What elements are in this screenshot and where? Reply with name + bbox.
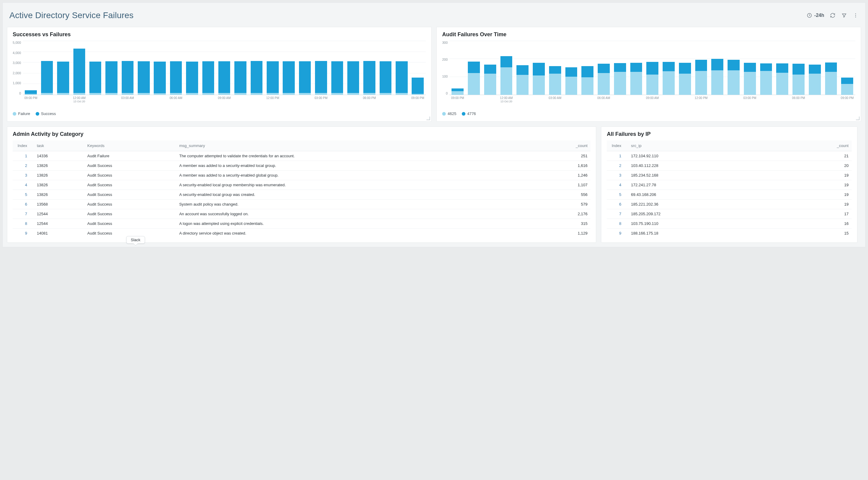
col-task[interactable]: task xyxy=(34,140,84,151)
legend-item-4625[interactable]: 4625 xyxy=(442,111,456,116)
chart-bar[interactable] xyxy=(313,41,328,95)
chart-bar[interactable] xyxy=(136,41,151,95)
col-index[interactable]: Index xyxy=(607,140,628,151)
col-count[interactable]: _count xyxy=(537,140,591,151)
resize-handle-icon[interactable] xyxy=(856,117,860,120)
chart-bar[interactable] xyxy=(201,41,216,95)
chart-bar[interactable] xyxy=(515,41,530,95)
chart-bar[interactable] xyxy=(120,41,135,95)
panel-all-failures-by-ip[interactable]: All Failures by IP Index src_ip _count 1… xyxy=(601,127,857,243)
chart-bar[interactable] xyxy=(168,41,183,95)
cell-index: 7 xyxy=(607,209,628,219)
time-range-selector[interactable]: -24h xyxy=(806,12,824,19)
chart-bar[interactable] xyxy=(185,41,199,95)
chart-bar[interactable] xyxy=(378,41,393,95)
chart-bar[interactable] xyxy=(233,41,248,95)
chart-bar[interactable] xyxy=(362,41,377,95)
chart-bar[interactable] xyxy=(104,41,119,95)
chart-bar[interactable] xyxy=(694,41,709,95)
chart-bar[interactable] xyxy=(710,41,725,95)
chart-bar[interactable] xyxy=(39,41,54,95)
chart-legend: 4625 4776 xyxy=(442,111,855,116)
chart-bar[interactable] xyxy=(265,41,280,95)
chart-bar[interactable] xyxy=(88,41,103,95)
table-row[interactable]: 2103.40.112.22820 xyxy=(607,161,851,170)
chart-bar[interactable] xyxy=(580,41,595,95)
table-row[interactable]: 3185.234.52.16819 xyxy=(607,170,851,180)
table-row[interactable]: 413826Audit SuccessA security-enabled lo… xyxy=(13,180,590,190)
legend-item-4776[interactable]: 4776 xyxy=(462,111,476,116)
table-row[interactable]: 8103.75.190.11016 xyxy=(607,219,851,228)
chart-bar[interactable] xyxy=(629,41,644,95)
chart-bar[interactable] xyxy=(759,41,774,95)
col-index[interactable]: Index xyxy=(13,140,34,151)
cell-count: 15 xyxy=(777,228,851,237)
filter-button[interactable] xyxy=(841,12,847,19)
chart-bar[interactable] xyxy=(499,41,514,95)
col-count[interactable]: _count xyxy=(777,140,851,151)
chart-bar[interactable] xyxy=(298,41,312,95)
chart-bar[interactable] xyxy=(645,41,660,95)
chart-bar[interactable] xyxy=(56,41,70,95)
refresh-button[interactable] xyxy=(830,12,836,19)
chart-bar[interactable] xyxy=(742,41,757,95)
chart-bar[interactable] xyxy=(661,41,676,95)
chart-bar[interactable] xyxy=(410,41,425,95)
col-keywords[interactable]: Keywords xyxy=(84,140,176,151)
chart-bar[interactable] xyxy=(483,41,498,95)
chart-bar[interactable] xyxy=(249,41,264,95)
chart-bar[interactable] xyxy=(824,41,839,95)
table-row[interactable]: 1172.104.92.11021 xyxy=(607,151,851,161)
chart-bar[interactable] xyxy=(791,41,806,95)
panel-admin-activity-by-category[interactable]: Admin Activity by Category Index task Ke… xyxy=(7,127,596,243)
chart-bar[interactable] xyxy=(775,41,790,95)
chart-bar[interactable] xyxy=(726,41,741,95)
chart-bar[interactable] xyxy=(346,41,361,95)
chart-bar[interactable] xyxy=(330,41,345,95)
chart-bar[interactable] xyxy=(596,41,611,95)
chart-bar[interactable] xyxy=(613,41,628,95)
chart-bar[interactable] xyxy=(72,41,87,95)
table-row[interactable]: 9188.166.175.1815 xyxy=(607,228,851,237)
table-row[interactable]: 513826Audit SuccessA security-enabled lo… xyxy=(13,190,590,199)
chart-bar[interactable] xyxy=(807,41,823,95)
tooltip: Slack xyxy=(126,236,145,244)
cell-keywords: Audit Success xyxy=(84,209,176,219)
table-row[interactable]: 812544Audit SuccessA logon was attempted… xyxy=(13,219,590,228)
table-row[interactable]: 313826Audit SuccessA member was added to… xyxy=(13,170,590,180)
chart-bar[interactable] xyxy=(531,41,546,95)
chart-bar[interactable] xyxy=(548,41,563,95)
panel-successes-vs-failures[interactable]: Successes vs Failures 5,0004,0003,0002,0… xyxy=(7,27,432,122)
cell-count: 21 xyxy=(777,151,851,161)
chart-bar[interactable] xyxy=(153,41,167,95)
table-row[interactable]: 712544Audit SuccessAn account was succes… xyxy=(13,209,590,219)
chart-bar[interactable] xyxy=(466,41,482,95)
col-msg-summary[interactable]: msg_summary xyxy=(176,140,537,151)
cell-index: 6 xyxy=(607,199,628,209)
table-row[interactable]: 6185.221.202.3619 xyxy=(607,199,851,209)
table-row[interactable]: 914081Audit SuccessA directory service o… xyxy=(13,228,590,237)
chart-bar[interactable] xyxy=(24,41,38,95)
legend-item-success[interactable]: Success xyxy=(36,111,56,116)
chart-bar[interactable] xyxy=(840,41,855,95)
table-row[interactable]: 213826Audit SuccessA member was added to… xyxy=(13,161,590,170)
cell-index: 2 xyxy=(13,161,34,170)
chart-bar[interactable] xyxy=(281,41,296,95)
table-row[interactable]: 4172.241.27.7819 xyxy=(607,180,851,190)
cell-index: 1 xyxy=(13,151,34,161)
table-row[interactable]: 613568Audit SuccessSystem audit policy w… xyxy=(13,199,590,209)
chart-bar[interactable] xyxy=(394,41,409,95)
panel-audit-failures-over-time[interactable]: Audit Failures Over Time 3002001000 09:0… xyxy=(436,27,861,122)
chart-bar[interactable] xyxy=(217,41,231,95)
legend-item-failure[interactable]: Failure xyxy=(13,111,30,116)
cell-count: 19 xyxy=(777,180,851,190)
table-row[interactable]: 114336Audit FailureThe computer attempte… xyxy=(13,151,590,161)
chart-bar[interactable] xyxy=(677,41,692,95)
resize-handle-icon[interactable] xyxy=(427,117,430,120)
more-menu-button[interactable] xyxy=(852,12,859,19)
table-row[interactable]: 7185.205.209.17217 xyxy=(607,209,851,219)
col-src-ip[interactable]: src_ip xyxy=(628,140,777,151)
chart-bar[interactable] xyxy=(564,41,579,95)
table-row[interactable]: 569.43.168.20619 xyxy=(607,190,851,199)
chart-bar[interactable] xyxy=(450,41,465,95)
